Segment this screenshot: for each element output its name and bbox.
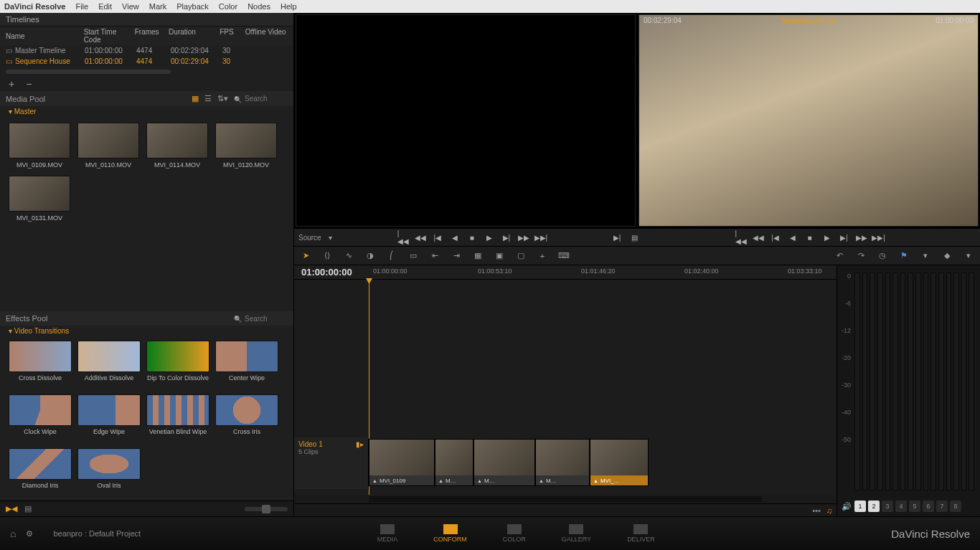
- snap-icon[interactable]: ▣: [494, 250, 505, 262]
- list-view-icon[interactable]: ☰: [204, 94, 212, 103]
- timeline-clip[interactable]: ▲M…: [535, 439, 590, 486]
- menu-item[interactable]: DaVinci Resolve: [4, 2, 65, 11]
- play-icon[interactable]: ▶: [484, 232, 494, 242]
- add-button[interactable]: +: [9, 78, 14, 90]
- menu-item[interactable]: Nodes: [248, 2, 270, 11]
- marker-icon[interactable]: ▢: [515, 250, 527, 262]
- step-back-icon[interactable]: ◀◀: [415, 232, 425, 242]
- timeline-clip[interactable]: ▲MVI_0109: [369, 439, 435, 486]
- pointer-tool-icon[interactable]: ➤: [300, 250, 311, 262]
- effect-item[interactable]: Clock Wipe: [9, 394, 72, 442]
- search-icon[interactable]: [234, 314, 242, 323]
- tag-icon[interactable]: ◆: [941, 250, 953, 262]
- workspace-tab-deliver[interactable]: DELIVER: [627, 524, 655, 543]
- effect-item[interactable]: Additive Dissolve: [77, 341, 141, 389]
- col-name[interactable]: Name: [6, 28, 84, 44]
- step-back-icon[interactable]: ◀◀: [753, 232, 763, 242]
- page-icon[interactable]: ▤: [24, 504, 32, 513]
- camera-icon[interactable]: ▮▸: [356, 440, 364, 448]
- loop-icon[interactable]: ▶|: [612, 232, 622, 242]
- meter-channel-button[interactable]: 2: [868, 501, 880, 512]
- col-frames[interactable]: Frames: [135, 28, 169, 44]
- workspace-tab-gallery[interactable]: GALLERY: [562, 524, 591, 543]
- butterfly-icon[interactable]: ▶◀: [6, 504, 17, 513]
- timeline-scrollbar[interactable]: [369, 496, 762, 502]
- meter-channel-button[interactable]: 3: [882, 501, 893, 512]
- effect-item[interactable]: Dip To Color Dissolve: [146, 341, 209, 389]
- speaker-icon[interactable]: 🔊: [842, 502, 852, 511]
- menu-item[interactable]: Edit: [98, 2, 112, 11]
- menu-item[interactable]: View: [122, 2, 139, 11]
- history-icon[interactable]: ◷: [877, 250, 888, 262]
- timeline-clip[interactable]: ▲M…: [473, 439, 535, 486]
- remove-button[interactable]: −: [26, 78, 32, 90]
- last-frame-icon[interactable]: ▶▶|: [536, 232, 546, 242]
- play-icon[interactable]: ▶: [822, 232, 832, 242]
- dropdown-icon[interactable]: ▾: [329, 234, 332, 242]
- source-viewer[interactable]: [296, 14, 636, 227]
- blade-tool-icon[interactable]: ⟨⟩: [321, 250, 333, 262]
- menu-item[interactable]: File: [75, 2, 88, 11]
- waveform-toggle-icon[interactable]: ♫: [826, 506, 832, 515]
- effect-item[interactable]: Cross Dissolve: [9, 341, 72, 389]
- next-icon[interactable]: ▶|: [839, 232, 849, 242]
- effect-item[interactable]: Edge Wipe: [77, 394, 141, 442]
- timeline-tracks[interactable]: ▮▸ Video 1 5 Clips ▲MVI_0109▲M…▲M…▲M…▲MV…: [294, 280, 837, 495]
- replace-icon[interactable]: ⇥: [451, 250, 462, 262]
- timeline-ruler[interactable]: 01:00:00:00 01:00:00:0001:00:53:1001:01:…: [294, 265, 837, 280]
- master-folder[interactable]: ▾ Master: [0, 106, 293, 117]
- mediapool-search[interactable]: [245, 95, 288, 103]
- step-fwd-icon[interactable]: ▶▶: [857, 232, 867, 242]
- tag-dropdown-icon[interactable]: ▾: [963, 250, 974, 262]
- last-frame-icon[interactable]: ▶▶|: [874, 232, 884, 242]
- first-frame-icon[interactable]: |◀◀: [398, 232, 408, 242]
- search-icon[interactable]: [234, 95, 242, 103]
- trim-tool-icon[interactable]: ◑: [364, 250, 376, 262]
- stop-icon[interactable]: ■: [467, 232, 477, 242]
- media-clip[interactable]: MVI_0120.MOV: [215, 123, 277, 169]
- media-clip[interactable]: MVI_0110.MOV: [77, 123, 139, 169]
- timeline-row[interactable]: ▭Master Timeline 01:00:00:00 4474 00:02:…: [0, 45, 293, 56]
- home-icon[interactable]: [10, 528, 16, 539]
- sort-icon[interactable]: ⇅▾: [217, 94, 228, 103]
- timeline-row[interactable]: ▭Sequence House 01:00:00:00 4474 00:02:2…: [0, 56, 293, 67]
- insert-icon[interactable]: ▭: [407, 250, 419, 262]
- options-icon[interactable]: •••: [812, 506, 821, 515]
- col-offline[interactable]: Offline Video: [245, 28, 288, 44]
- col-dur[interactable]: Duration: [169, 28, 220, 44]
- redo-icon[interactable]: ↷: [855, 250, 867, 262]
- keyboard-icon[interactable]: ⌨: [558, 250, 570, 262]
- grid-view-icon[interactable]: ▦: [192, 94, 199, 103]
- menu-item[interactable]: Color: [219, 2, 237, 11]
- play-rev-icon[interactable]: ◀: [450, 232, 460, 242]
- media-clip[interactable]: MVI_0131.MOV: [9, 176, 70, 222]
- next-icon[interactable]: ▶|: [501, 232, 512, 242]
- col-start[interactable]: Start Time Code: [84, 28, 135, 44]
- media-clip[interactable]: MVI_0109.MOV: [9, 123, 70, 169]
- col-fps[interactable]: FPS: [220, 28, 245, 44]
- timeline[interactable]: 01:00:00:00 01:00:00:0001:00:53:1001:01:…: [294, 265, 837, 516]
- timeline-clip[interactable]: ▲M…: [435, 439, 473, 486]
- first-frame-icon[interactable]: |◀◀: [736, 232, 746, 242]
- meter-channel-button[interactable]: 6: [923, 501, 934, 512]
- effect-item[interactable]: Center Wipe: [215, 341, 278, 389]
- effects-search[interactable]: [245, 315, 288, 323]
- program-viewer[interactable]: 00:02:29:04 Sequence House 01:00:00:00: [639, 14, 979, 227]
- scrollbar[interactable]: [6, 70, 171, 74]
- media-clip[interactable]: MVI_0114.MOV: [146, 123, 208, 169]
- menu-item[interactable]: Mark: [149, 2, 166, 11]
- mode-icon[interactable]: ▤: [629, 232, 639, 242]
- prev-icon[interactable]: |◀: [771, 232, 781, 242]
- step-fwd-icon[interactable]: ▶▶: [519, 232, 529, 242]
- zoom-slider[interactable]: [245, 507, 288, 511]
- flag-dropdown-icon[interactable]: ▾: [920, 250, 931, 262]
- add-icon[interactable]: +: [537, 250, 548, 262]
- stop-icon[interactable]: ■: [805, 232, 815, 242]
- track-header[interactable]: ▮▸ Video 1 5 Clips: [294, 437, 369, 489]
- meter-channel-button[interactable]: 7: [936, 501, 948, 512]
- source-dropdown[interactable]: Source: [298, 234, 321, 242]
- workspace-tab-conform[interactable]: CONFORM: [433, 524, 467, 543]
- mark-in-icon[interactable]: ⎛: [386, 250, 397, 262]
- menu-item[interactable]: Playback: [176, 2, 209, 11]
- link-tool-icon[interactable]: ∿: [343, 250, 354, 262]
